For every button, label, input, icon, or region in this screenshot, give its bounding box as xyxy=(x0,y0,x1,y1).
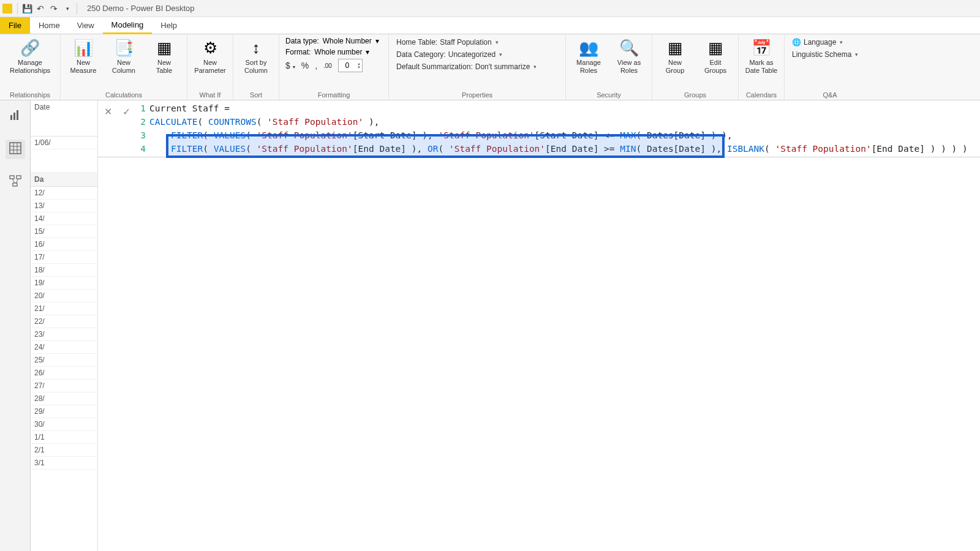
save-icon[interactable]: 💾 xyxy=(20,2,34,15)
manage-roles-button[interactable]: 👥 Manage Roles xyxy=(568,36,609,74)
sort-icon: ↕ xyxy=(246,38,266,58)
group-label: Security xyxy=(568,90,649,100)
chevron-down-icon: ▾ xyxy=(533,64,537,70)
group-relationships: 🔗 Manage Relationships Relationships xyxy=(0,34,61,100)
mark-as-date-table-button[interactable]: 📅 Mark as Date Table xyxy=(741,36,782,74)
ribbon-tabs: File Home View Modeling Help xyxy=(0,17,980,34)
tab-view[interactable]: View xyxy=(69,17,103,34)
group-calculations: 📊 New Measure 📑 New Column ▦ New Table C… xyxy=(61,34,187,100)
qat-dropdown-icon[interactable]: ▾ xyxy=(61,2,74,15)
measure-icon: 📊 xyxy=(74,38,93,58)
new-parameter-button[interactable]: ⚙ New Parameter xyxy=(190,36,230,74)
default-summarization-dropdown[interactable]: Default Summarization: Don't summarize ▾ xyxy=(396,62,558,71)
datatype-dropdown[interactable]: Data type: Whole Number ▾ xyxy=(285,37,382,45)
ribbon-panel: 🔗 Manage Relationships Relationships 📊 N… xyxy=(0,34,980,100)
undo-icon[interactable]: ↶ xyxy=(34,2,47,15)
chevron-down-icon: ▾ xyxy=(375,37,379,45)
decimal-places-input[interactable] xyxy=(339,61,356,70)
group-sort: ↕ Sort by Column Sort xyxy=(233,34,279,100)
app-icon xyxy=(2,4,12,13)
window-title: 250 Demo - Power BI Desktop xyxy=(87,4,195,13)
group-label: Calculations xyxy=(63,90,184,100)
view-roles-icon: 🔍 xyxy=(619,38,639,58)
group-properties: Home Table: Staff Population ▾ Data Cate… xyxy=(389,34,566,100)
group-label: Q&A xyxy=(787,90,873,100)
decimal-places-stepper[interactable]: ▲▼ xyxy=(338,59,363,72)
new-group-icon: ▦ xyxy=(665,38,685,58)
new-measure-button[interactable]: 📊 New Measure xyxy=(63,36,104,74)
data-category-dropdown[interactable]: Data Category: Uncategorized ▾ xyxy=(396,50,558,59)
group-calendars: 📅 Mark as Date Table Calendars xyxy=(739,34,785,100)
group-label: What If xyxy=(190,90,230,100)
chevron-down-icon: ▾ xyxy=(840,39,843,45)
calendar-icon: 📅 xyxy=(752,38,771,58)
home-table-dropdown[interactable]: Home Table: Staff Population ▾ xyxy=(396,38,558,47)
decimals-icon: .00 xyxy=(323,62,332,69)
table-icon: ▦ xyxy=(154,38,174,58)
chevron-down-icon: ▾ xyxy=(855,51,858,58)
group-label: Calendars xyxy=(741,90,782,100)
relationships-icon: 🔗 xyxy=(20,38,40,58)
linguistic-schema-dropdown[interactable]: Linguistic Schema ▾ xyxy=(792,50,868,59)
new-column-button[interactable]: 📑 New Column xyxy=(104,36,144,74)
chevron-down-icon: ▾ xyxy=(496,39,499,45)
language-dropdown[interactable]: 🌐 Language ▾ xyxy=(792,38,868,47)
separator xyxy=(17,3,18,14)
currency-button[interactable]: $ ▾ xyxy=(285,61,295,70)
group-label: Groups xyxy=(655,90,736,100)
tab-home[interactable]: Home xyxy=(30,17,69,34)
stepper-arrows-icon[interactable]: ▲▼ xyxy=(356,62,362,69)
globe-icon: 🌐 xyxy=(792,38,801,47)
percent-button[interactable]: % xyxy=(301,61,309,70)
new-group-button[interactable]: ▦ New Group xyxy=(655,36,695,74)
tab-help[interactable]: Help xyxy=(152,17,186,34)
manage-relationships-button[interactable]: 🔗 Manage Relationships xyxy=(2,36,58,74)
group-security: 👥 Manage Roles 🔍 View as Roles Security xyxy=(566,34,652,100)
group-groups: ▦ New Group ▦ Edit Groups Groups xyxy=(652,34,739,100)
chevron-down-icon: ▾ xyxy=(366,48,369,56)
sort-by-column-button[interactable]: ↕ Sort by Column xyxy=(236,36,276,74)
new-table-button[interactable]: ▦ New Table xyxy=(144,36,184,74)
edit-groups-icon: ▦ xyxy=(706,38,725,58)
format-dropdown[interactable]: Format: Whole number ▾ xyxy=(285,48,382,56)
group-qa: 🌐 Language ▾ Linguistic Schema ▾ Q&A xyxy=(785,34,875,100)
redo-icon[interactable]: ↷ xyxy=(47,2,61,15)
group-label: Formatting xyxy=(282,90,386,100)
separator xyxy=(77,3,77,14)
group-label: Sort xyxy=(236,90,276,100)
column-icon: 📑 xyxy=(114,38,134,58)
tab-modeling[interactable]: Modeling xyxy=(103,17,153,34)
roles-icon: 👥 xyxy=(579,38,598,58)
group-formatting: Data type: Whole Number ▾ Format: Whole … xyxy=(279,34,389,100)
parameter-icon: ⚙ xyxy=(200,38,220,58)
view-as-roles-button[interactable]: 🔍 View as Roles xyxy=(609,36,649,74)
group-label: Relationships xyxy=(2,90,58,100)
group-whatif: ⚙ New Parameter What If xyxy=(187,34,233,100)
tab-file[interactable]: File xyxy=(0,17,30,34)
edit-groups-button[interactable]: ▦ Edit Groups xyxy=(695,36,736,74)
group-label: Properties xyxy=(391,90,563,100)
chevron-down-icon: ▾ xyxy=(499,51,502,58)
thousands-button[interactable]: , xyxy=(315,61,317,70)
title-bar: 💾 ↶ ↷ ▾ 250 Demo - Power BI Desktop xyxy=(0,0,980,17)
